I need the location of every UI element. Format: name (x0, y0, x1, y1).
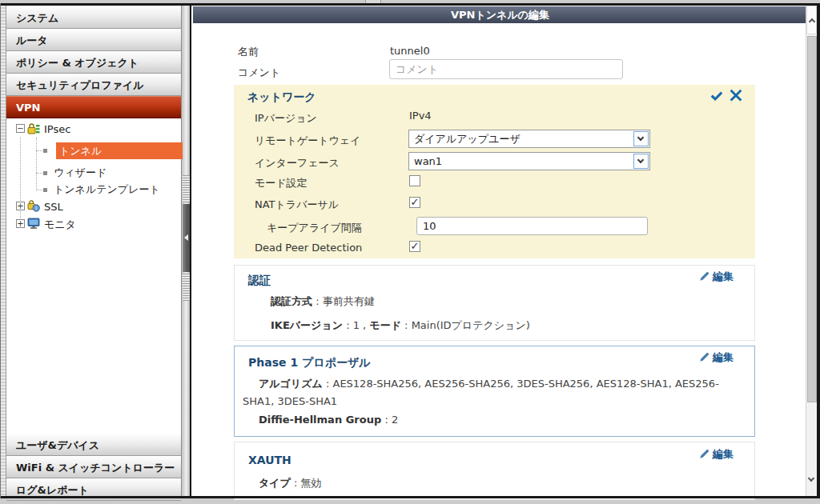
separator: : (312, 295, 323, 307)
keepalive-label: キープアライブ間隔 (267, 221, 362, 235)
ike-mode-label: モード (369, 319, 401, 331)
separator: : (291, 477, 301, 489)
edit-link-label: 編集 (713, 350, 734, 365)
separator: : (343, 319, 353, 331)
frame-border-left (0, 3, 1, 498)
content-scrollbar[interactable] (806, 6, 817, 496)
app-window: システム ルータ ポリシー & オブジェクト セキュリティプロファイル VPN … (0, 0, 820, 504)
algorithms-line: アルゴリズム : AES128-SHA256, AES256-SHA256, 3… (243, 375, 743, 410)
mode-config-checkbox[interactable] (409, 175, 420, 186)
scroll-down-button[interactable] (806, 470, 817, 494)
sidebar-menu-wifi-switch[interactable]: WiFi & スイッチコントローラー (6, 456, 181, 478)
ike-mode-value: Main(IDプロテクション) (412, 319, 530, 331)
content-panel: VPNトンネルの編集 名前 tunnel0 コメント コメント ネットワーク I… (190, 6, 806, 496)
name-label: 名前 (238, 45, 259, 59)
tree-item-ipsec[interactable]: IPsec (44, 122, 70, 138)
tree-connector (36, 138, 37, 190)
mode-config-label: モード設定 (255, 176, 308, 190)
nat-traversal-checkbox[interactable]: ✓ (409, 197, 420, 208)
network-section-title: ネットワーク (247, 90, 316, 105)
check-icon: ✓ (411, 240, 420, 252)
dh-group-label: Diffie-Hellman Group (259, 414, 381, 426)
authentication-section: 認証 編集 認証方式 : 事前共有鍵 IKEバージョン : 1 , モード : … (234, 265, 755, 341)
name-value: tunnel0 (390, 45, 430, 57)
sidebar-splitter[interactable] (183, 6, 190, 496)
sidebar-menu-policy-objects[interactable]: ポリシー & オブジェクト (6, 51, 181, 74)
chevron-down-icon[interactable] (633, 154, 649, 169)
tree-item-ssl[interactable]: SSL (44, 199, 63, 215)
ip-version-label: IPバージョン (255, 111, 317, 126)
comment-input[interactable]: コメント (389, 59, 623, 79)
tree-item-monitor[interactable]: モニタ (44, 217, 76, 233)
auth-method-line: 認証方式 : 事前共有鍵 (271, 294, 375, 309)
apply-check-icon[interactable] (709, 89, 723, 106)
dpd-checkbox[interactable]: ✓ (409, 241, 420, 252)
splitter-ridges (183, 274, 190, 301)
ip-version-value: IPv4 (409, 110, 432, 122)
sidebar-menu-router[interactable]: ルータ (6, 29, 181, 51)
chevron-up-icon (809, 18, 815, 25)
interface-selected: wan1 (414, 155, 442, 167)
dh-group-value: 2 (392, 414, 398, 426)
tree-item-tunnel-template[interactable]: トンネルテンプレート (54, 182, 160, 198)
auth-method-value: 事前共有鍵 (323, 295, 375, 307)
xauth-type-value: 無効 (301, 477, 322, 489)
tree-expand-monitor[interactable]: + (16, 219, 25, 228)
tree-connector (20, 138, 21, 228)
ike-version-value: 1 (353, 319, 360, 331)
scroll-up-button[interactable] (806, 6, 817, 34)
interface-select[interactable]: wan1 (408, 152, 650, 170)
monitor-icon (27, 217, 40, 230)
check-icon: ✓ (411, 196, 420, 208)
pencil-icon (699, 270, 710, 284)
tree-item-wizard[interactable]: ウィザード (54, 165, 107, 181)
splitter-collapse-handle[interactable] (183, 204, 190, 272)
tree-bullet (43, 149, 47, 153)
auth-method-label: 認証方式 (271, 295, 312, 307)
tree-collapse-ipsec[interactable]: − (16, 124, 25, 133)
cancel-x-icon[interactable] (730, 89, 742, 105)
edit-phase1-link[interactable]: 編集 (699, 350, 734, 365)
sidebar: システム ルータ ポリシー & オブジェクト セキュリティプロファイル VPN … (6, 6, 182, 496)
pencil-icon (699, 448, 710, 462)
frame-border-right (817, 3, 820, 498)
sidebar-menu-security-profiles[interactable]: セキュリティプロファイル (6, 74, 181, 96)
dpd-label: Dead Peer Detection (255, 242, 362, 254)
edit-xauth-link[interactable]: 編集 (699, 447, 734, 462)
xauth-section: XAUTH 編集 タイプ : 無効 (234, 442, 755, 500)
chevron-down-icon (808, 475, 814, 482)
keepalive-input[interactable]: 10 (416, 217, 648, 235)
sidebar-menu-user-device[interactable]: ユーザ&デバイス (6, 434, 181, 456)
ike-line: IKEバージョン : 1 , モード : Main(IDプロテクション) (271, 318, 530, 333)
edit-link-label: 編集 (713, 270, 734, 284)
dh-group-line: Diffie-Hellman Group : 2 (259, 414, 398, 426)
ike-version-label: IKEバージョン (271, 319, 343, 331)
sidebar-menu-vpn[interactable]: VPN (6, 96, 181, 118)
left-resize-strip[interactable] (1, 6, 6, 496)
remote-gateway-select[interactable]: ダイアルアップユーザ (408, 130, 650, 148)
edit-link-label: 編集 (713, 447, 734, 462)
algorithms-label: アルゴリズム (259, 378, 323, 390)
scrollbar-thumb[interactable] (807, 36, 817, 402)
ipsec-lock-icon (27, 122, 40, 135)
interface-label: インターフェース (255, 156, 340, 170)
tree-expand-ssl[interactable]: + (16, 202, 25, 210)
nat-traversal-label: NATトラバーサル (255, 198, 339, 212)
separator: , (360, 319, 369, 331)
xauth-title: XAUTH (248, 454, 291, 466)
pencil-icon (699, 351, 710, 365)
edit-authentication-link[interactable]: 編集 (699, 270, 734, 284)
sidebar-menu-system[interactable]: システム (6, 6, 181, 29)
tree-item-tunnel[interactable]: トンネル (56, 142, 184, 159)
phase1-title: Phase 1 プロポーザル (248, 356, 371, 370)
authentication-title: 認証 (248, 274, 271, 288)
xauth-type-label: タイプ (259, 477, 291, 489)
xauth-type-line: タイプ : 無効 (259, 476, 322, 490)
remote-gateway-selected: ダイアルアップユーザ (414, 133, 521, 145)
separator: : (381, 414, 392, 426)
phase1-proposal-section: Phase 1 プロポーザル 編集 アルゴリズム : AES128-SHA256… (234, 346, 755, 437)
chevron-down-icon[interactable] (633, 131, 649, 146)
comment-label: コメント (238, 66, 280, 80)
page-title: VPNトンネルの編集 (193, 6, 807, 23)
splitter-ridges (183, 175, 190, 202)
